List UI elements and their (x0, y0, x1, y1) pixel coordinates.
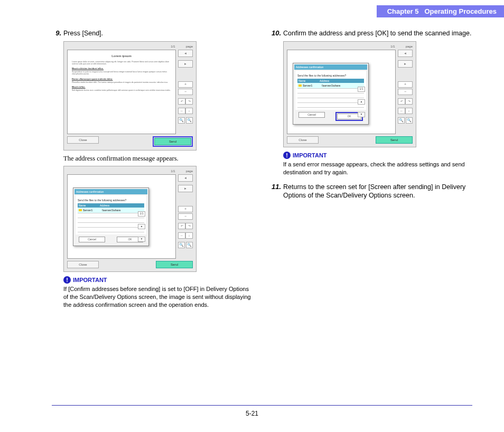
send-button[interactable]: Send (156, 261, 193, 268)
row-address: \\server1\share (322, 84, 340, 87)
step-text: Confirm the address and press [OK] to se… (283, 29, 472, 38)
step-11: 11. Returns to the screen set for [Scree… (272, 183, 472, 201)
address-row[interactable]: Server1 \\server1\share (297, 83, 364, 89)
close-button[interactable]: Close (287, 136, 319, 144)
send-button[interactable]: Send (154, 138, 191, 145)
page-label: page (186, 170, 193, 173)
fit-height-icon[interactable]: ↕ (185, 232, 193, 239)
zoom-in-icon[interactable]: + (398, 81, 413, 88)
address-row-empty (297, 89, 364, 93)
zoom-out-icon[interactable]: − (178, 89, 193, 95)
magnifier-plus-icon[interactable]: 🔍 (186, 117, 193, 124)
doc-title: Lorem ipsum (72, 54, 171, 58)
important-icon: ! (63, 276, 71, 284)
magnifier-minus-icon[interactable]: 🔍 (178, 117, 185, 124)
dialog-table-header: Name Address (78, 203, 144, 208)
footer-divider (52, 405, 472, 406)
fit-width-icon[interactable]: ↔ (178, 232, 185, 239)
screenshot-preview-send: 1/1 page Lorem ipsum Lorem ipsum dolor s… (63, 41, 197, 151)
preview-side-controls: ◄ ► + − ↶ ↷ ↔ ↕ 🔍 (398, 50, 413, 134)
magnifier-plus-icon[interactable]: 🔍 (406, 117, 413, 124)
important-label: IMPORTANT (73, 277, 107, 283)
chapter-header: Chapter 5 Operating Procedures (377, 5, 504, 17)
rotate-left-icon[interactable]: ↶ (398, 98, 405, 105)
step-text: Press [Send]. (63, 29, 253, 38)
dialog-title: Addresses confirmation (74, 189, 147, 194)
page-number: 5-21 (0, 410, 504, 417)
dialog-message: Send the files to the following addresse… (78, 199, 144, 202)
next-page-icon[interactable]: ► (178, 60, 193, 68)
rotate-left-icon[interactable]: ↶ (178, 223, 185, 229)
address-confirm-dialog: Addresses confirmation Send the files to… (293, 63, 369, 125)
address-row-empty (78, 213, 144, 218)
envelope-icon (79, 209, 82, 211)
row-name: Server1 (303, 84, 321, 87)
dialog-title: Addresses confirmation (294, 64, 367, 70)
fit-height-icon[interactable]: ↕ (185, 108, 193, 114)
cancel-button[interactable]: Cancel (298, 112, 325, 118)
step-9-result: The address confirmation message appears… (63, 155, 253, 163)
dialog-scroll: 1/1 ▲ ▼ (358, 87, 365, 117)
zoom-in-icon[interactable]: + (178, 206, 193, 212)
magnifier-minus-icon[interactable]: 🔍 (178, 242, 185, 248)
page-indicator: 1/1 (171, 45, 175, 48)
step-9: 9. Press [Send]. (52, 29, 253, 38)
scroll-down-icon[interactable]: ▼ (358, 112, 365, 117)
col-name: Name (79, 204, 100, 207)
scroll-down-icon[interactable]: ▼ (138, 237, 145, 242)
row-name: Server1 (83, 209, 101, 212)
fit-width-icon[interactable]: ↔ (178, 108, 185, 114)
envelope-icon (298, 84, 302, 87)
dialog-table-header: Name Address (297, 79, 364, 83)
chapter-title: Operating Procedures (424, 7, 497, 15)
magnifier-plus-icon[interactable]: 🔍 (186, 242, 193, 248)
prev-page-icon[interactable]: ◄ (178, 174, 193, 182)
row-address: \\server1\share (102, 209, 120, 212)
page-indicator: 1/1 (390, 45, 395, 48)
next-page-icon[interactable]: ► (178, 185, 193, 192)
rotate-right-icon[interactable]: ↷ (405, 98, 413, 105)
send-button-highlight: Send (153, 136, 193, 147)
page-label: page (406, 45, 413, 48)
preview-side-controls: ◄ ► + − ↶ ↷ ↔ ↕ 🔍 (178, 174, 193, 259)
fit-width-icon[interactable]: ↔ (398, 108, 405, 114)
cancel-button[interactable]: Cancel (79, 237, 105, 242)
important-text: If [Confirm addresses before sending] is… (63, 285, 253, 309)
address-row-empty (78, 223, 144, 228)
rotate-left-icon[interactable]: ↶ (178, 98, 185, 105)
screenshot-ok-highlight: 1/1 page Addresses confirmation Send the… (283, 41, 416, 147)
close-button[interactable]: Close (67, 136, 99, 144)
address-confirm-dialog: Addresses confirmation Send the files to… (73, 187, 149, 246)
address-row-empty (297, 93, 364, 98)
left-column: 9. Press [Send]. 1/1 page Lorem ipsum Lo… (52, 29, 253, 308)
document-preview: Lorem ipsum Lorem ipsum dolor sit amet, … (67, 50, 176, 134)
rotate-right-icon[interactable]: ↷ (185, 223, 193, 229)
page-indicator: 1/1 (171, 170, 175, 173)
scroll-up-icon[interactable]: ▲ (138, 224, 145, 229)
dialog-scroll: 1/1 ▲ ▼ (138, 211, 145, 242)
zoom-out-icon[interactable]: − (398, 89, 413, 95)
zoom-out-icon[interactable]: − (178, 213, 193, 220)
step-text: Returns to the screen set for [Screen af… (283, 183, 472, 201)
zoom-in-icon[interactable]: + (178, 81, 193, 88)
fit-height-icon[interactable]: ↕ (405, 108, 413, 114)
send-button[interactable]: Send (376, 136, 413, 144)
document-preview-bg: Addresses confirmation Send the files to… (67, 174, 176, 259)
chapter-number: Chapter 5 (387, 7, 419, 15)
next-page-icon[interactable]: ► (398, 60, 413, 68)
right-column: 10. Confirm the address and press [OK] t… (272, 29, 472, 308)
magnifier-minus-icon[interactable]: 🔍 (398, 117, 405, 124)
close-button[interactable]: Close (67, 261, 99, 268)
address-row[interactable]: Server1 \\server1\share (78, 208, 144, 213)
col-address: Address (320, 79, 363, 82)
rotate-right-icon[interactable]: ↷ (185, 98, 193, 105)
col-address: Address (100, 204, 143, 207)
scroll-up-icon[interactable]: ▲ (358, 99, 365, 105)
prev-page-icon[interactable]: ◄ (398, 50, 413, 57)
step-10: 10. Confirm the address and press [OK] t… (272, 29, 472, 38)
screenshot-address-confirm: 1/1 page Addresses confirmation Send the… (63, 166, 197, 272)
step-number: 9. (52, 29, 61, 38)
page-label: page (186, 45, 193, 48)
preview-side-controls: ◄ ► + − ↶ ↷ ↔ ↕ 🔍 (178, 50, 193, 134)
prev-page-icon[interactable]: ◄ (178, 50, 193, 57)
